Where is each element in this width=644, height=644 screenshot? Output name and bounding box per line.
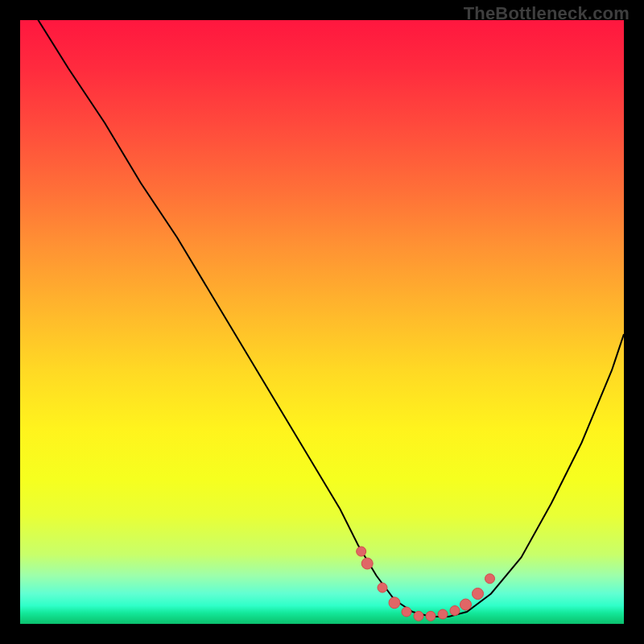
- curve-markers: [357, 547, 495, 621]
- curve-marker: [438, 609, 448, 619]
- curve-marker: [450, 606, 460, 616]
- chart-svg: [20, 20, 624, 624]
- curve-marker: [473, 588, 484, 600]
- curve-marker: [426, 611, 436, 621]
- curve-marker: [389, 597, 400, 609]
- curve-marker: [378, 583, 387, 592]
- curve-marker: [402, 607, 411, 617]
- curve-marker: [357, 547, 366, 556]
- chart-container: TheBottleneck.com: [0, 0, 644, 644]
- plot-area: [20, 20, 624, 624]
- bottleneck-curve: [20, 20, 624, 617]
- curve-marker: [460, 599, 472, 610]
- curve-marker: [414, 611, 423, 621]
- curve-marker: [361, 558, 373, 569]
- curve-marker: [485, 574, 495, 584]
